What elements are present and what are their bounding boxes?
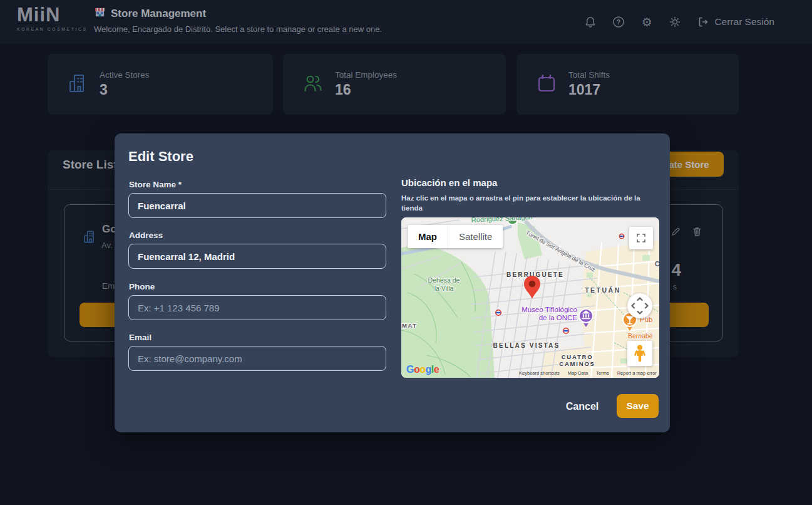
phone-label: Phone	[129, 282, 387, 291]
email-label: Email	[129, 333, 387, 342]
phone-field[interactable]	[128, 295, 386, 320]
map-section-hint: Haz clic en el mapa o arrastra el pin pa…	[401, 194, 658, 213]
map-poi-label-fragment: Bernabé	[628, 332, 653, 340]
save-button[interactable]: Save	[617, 394, 659, 418]
map-district-label: CAMINOS	[559, 360, 595, 367]
map-section-title: Ubicación en el mapa	[401, 177, 497, 188]
store-name-field[interactable]	[128, 193, 386, 218]
map-poi-label[interactable]: de la ONCE	[539, 314, 578, 321]
google-logo[interactable]: Google	[406, 364, 439, 375]
map-data-link[interactable]: Map Data	[568, 370, 588, 376]
store-management-page: MiiN KOREAN COSMETICS Sto	[0, 0, 812, 505]
map-label-fragment: C	[655, 261, 659, 268]
map-district-label-fragment: MAT	[402, 322, 417, 329]
map-type-satellite-button[interactable]: Satellite	[448, 225, 503, 248]
address-label: Address	[129, 231, 387, 240]
store-name-label: Store Name *	[129, 180, 387, 189]
fullscreen-button[interactable]	[629, 227, 653, 249]
map-footer: Keyboard shortcuts Map Data Terms Report…	[519, 370, 657, 376]
pegman-control[interactable]	[627, 341, 652, 366]
metro-station-icon	[563, 328, 568, 333]
email-field[interactable]	[128, 346, 386, 371]
pan-control[interactable]	[627, 293, 652, 318]
keyboard-shortcuts-link[interactable]: Keyboard shortcuts	[519, 370, 560, 376]
pegman-icon	[632, 344, 647, 363]
report-map-error-link[interactable]: Report a map error	[617, 370, 657, 376]
metro-station-icon	[619, 234, 624, 238]
edit-store-modal: Edit Store Store Name * Address Phone Em…	[115, 133, 670, 432]
terms-link[interactable]: Terms	[596, 370, 609, 376]
fullscreen-icon	[635, 232, 647, 244]
pan-arrows-icon	[627, 293, 652, 318]
map-poi-label[interactable]: Museo Tiflológico	[522, 306, 577, 313]
address-field[interactable]	[128, 244, 386, 269]
map-district-label: TETUÁN	[585, 286, 621, 294]
map-district-label: CUATRO	[562, 353, 594, 360]
metro-station-icon	[496, 310, 501, 315]
map-park-label: Dehesa de	[428, 276, 460, 284]
google-map[interactable]: Rodríguez Sahagún Túnel de Sor Ángela de…	[401, 217, 659, 378]
map-park-label: la Villa	[434, 284, 454, 292]
cancel-button[interactable]: Cancel	[560, 398, 604, 415]
modal-title: Edit Store	[128, 148, 193, 165]
map-district-label: BELLAS VISTAS	[493, 342, 560, 349]
map-type-map-button[interactable]: Map	[408, 225, 448, 248]
map-type-control: Map Satellite	[408, 225, 503, 248]
